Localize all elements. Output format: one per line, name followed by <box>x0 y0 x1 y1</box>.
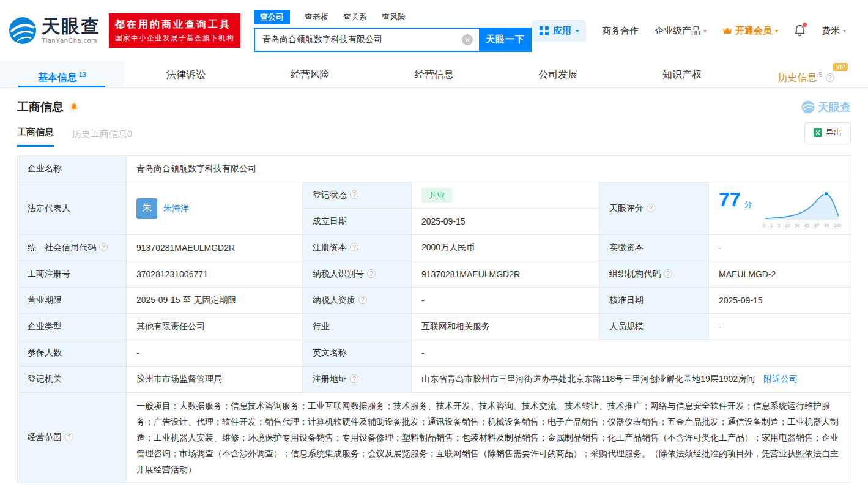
field-label: 成立日期 <box>303 209 412 235</box>
tab-operation-info[interactable]: 经营信息 <box>372 61 496 87</box>
nearby-companies-link[interactable]: 附近公司 <box>763 374 798 384</box>
field-label: 纳税人资质 <box>303 288 412 314</box>
table-row: 登记机关 胶州市市场监督管理局 注册地址 山东省青岛市胶州市三里河街道办事处北京… <box>18 367 851 393</box>
tab-label: 基本信息 <box>38 72 77 83</box>
tianyancha-logo[interactable]: 天眼查 TianYanCha.com <box>9 17 100 45</box>
table-row: 经营范围 一般项目：大数据服务；信息技术咨询服务；工业互联网数据服务；技术服务、… <box>18 393 851 483</box>
score-value: 77 <box>719 189 741 210</box>
enterprise-products-menu[interactable]: 企业级产品 <box>655 25 707 37</box>
slogan-line1: 都在用的商业查询工具 <box>115 18 234 31</box>
tab-count: 13 <box>79 71 86 78</box>
export-button[interactable]: 导出 <box>804 122 851 143</box>
help-icon[interactable] <box>664 269 672 278</box>
business-cooperation-link[interactable]: 商务合作 <box>602 25 639 37</box>
tab-operation-risk[interactable]: 经营风险 <box>248 61 372 87</box>
help-icon[interactable] <box>647 204 655 212</box>
taxpayer-quali-value: - <box>412 288 599 314</box>
taxpayer-id-value: 91370281MAEULMGD2R <box>412 261 599 288</box>
field-label: 注册资本 <box>303 235 412 261</box>
subtabs-row: 工商信息 历史工商信息0 导出 <box>17 124 851 147</box>
table-row: 企业名称 青岛尚合领航数字科技有限公司 <box>18 156 851 182</box>
staff-size-value: - <box>709 314 851 340</box>
reg-address-value: 山东省青岛市胶州市三里河街道办事处北京东路118号三里河创业孵化基地19层190… <box>421 374 755 384</box>
table-row: 企业类型 其他有限责任公司 行业 互联网和相关服务 人员规模 - <box>18 314 851 340</box>
crown-icon <box>722 27 732 35</box>
help-icon[interactable] <box>65 433 73 441</box>
search-tabs: 查公司 查老板 查关系 查风险 <box>254 10 532 24</box>
export-label: 导出 <box>826 127 842 138</box>
help-icon[interactable] <box>99 243 108 251</box>
field-label: 组织机构代码 <box>599 261 709 288</box>
enterprise-label: 企业级产品 <box>655 25 700 37</box>
help-icon[interactable] <box>350 374 358 383</box>
search-tab-risk[interactable]: 查风险 <box>382 10 406 24</box>
help-icon[interactable] <box>358 296 367 304</box>
field-label: 纳税人识别号 <box>303 261 412 288</box>
tab-history-info[interactable]: 历史信息5 VIP <box>744 61 868 87</box>
field-label: 工商注册号 <box>18 261 127 288</box>
tab-label: 公司发展 <box>538 69 577 80</box>
legal-rep-avatar[interactable]: 朱 <box>136 198 157 219</box>
reg-number-value: 370281231006771 <box>127 261 303 288</box>
open-vip-button[interactable]: 开通会员 <box>722 25 778 37</box>
legal-rep-link[interactable]: 朱海洋 <box>163 203 189 214</box>
field-label: 企业名称 <box>18 156 127 182</box>
tab-company-development[interactable]: 公司发展 <box>496 61 620 87</box>
search-tab-boss[interactable]: 查老板 <box>305 10 328 24</box>
subtab-business-info[interactable]: 工商信息 <box>17 127 54 147</box>
reg-capital-value: 2000万人民币 <box>412 235 599 261</box>
score-cell: 77 分 0151050858799100 <box>709 182 851 235</box>
reg-authority-value: 胶州市市场监督管理局 <box>127 367 303 393</box>
tianyancha-logo-icon <box>9 17 37 45</box>
help-icon[interactable] <box>350 190 358 199</box>
score-distribution-chart: 0151050858799100 <box>763 189 841 228</box>
apps-grid-icon <box>540 26 549 35</box>
help-icon[interactable] <box>350 243 358 251</box>
brand-domain: TianYanCha.com <box>42 37 100 44</box>
table-row: 参保人数 - 英文名称 - <box>18 340 851 367</box>
english-name-value: - <box>412 340 851 367</box>
slogan-line2: 国家中小企业发展子基金旗下机构 <box>115 34 234 43</box>
username-label: 费米 <box>822 25 840 37</box>
tab-legal-litigation[interactable]: 法律诉讼 <box>124 61 248 87</box>
search-tab-company[interactable]: 查公司 <box>254 10 290 24</box>
excel-icon <box>814 128 822 137</box>
search-area: 查公司 查老板 查关系 查风险 ✕ 天眼一下 <box>254 10 532 52</box>
org-code-value: MAEULMGD-2 <box>709 261 851 288</box>
watermark-text: 天眼查 <box>818 100 851 114</box>
field-label: 实缴资本 <box>599 235 709 261</box>
tab-label: 历史信息 <box>778 72 817 83</box>
tab-basic-info[interactable]: 基本信息13 <box>0 61 124 87</box>
table-row: 营业期限 2025-09-15 至 无固定期限 纳税人资质 - 核准日期 202… <box>18 288 851 314</box>
help-icon[interactable] <box>826 73 834 82</box>
subtab-history-business-info[interactable]: 历史工商信息0 <box>72 128 132 147</box>
field-label: 法定代表人 <box>18 182 127 235</box>
field-label: 登记状态 <box>303 182 412 209</box>
field-label: 核准日期 <box>599 288 709 314</box>
field-label: 营业期限 <box>18 288 127 314</box>
table-row: 法定代表人 朱 朱海洋 登记状态 开业 天眼评分 77 分 <box>18 182 851 209</box>
clear-search-icon[interactable]: ✕ <box>462 34 473 45</box>
search-tab-relation[interactable]: 查关系 <box>343 10 367 24</box>
paid-capital-value: - <box>709 235 851 261</box>
search-button[interactable]: 天眼一下 <box>479 28 532 52</box>
tab-intellectual-property[interactable]: 知识产权 <box>620 61 744 87</box>
field-label: 登记机关 <box>18 367 127 393</box>
notification-bell-button[interactable] <box>794 24 806 37</box>
apps-menu-button[interactable]: 应用 <box>532 20 586 42</box>
search-input[interactable] <box>254 28 479 52</box>
page-header: 天眼查 TianYanCha.com 都在用的商业查询工具 国家中小企业发展子基… <box>0 0 868 61</box>
monitor-bell-icon[interactable] <box>69 102 80 113</box>
score-axis-ticks: 0151050858799100 <box>763 223 841 228</box>
user-menu[interactable]: 费米 <box>822 25 846 37</box>
section-title: 工商信息 <box>17 99 64 115</box>
field-label: 英文名称 <box>303 340 412 367</box>
chevron-down-icon <box>703 28 707 34</box>
vip-label: 开通会员 <box>735 25 772 37</box>
watermark: 天眼查 <box>801 100 851 114</box>
chevron-down-icon <box>775 28 778 34</box>
chevron-down-icon <box>576 28 579 34</box>
company-type-value: 其他有限责任公司 <box>127 314 303 340</box>
tianyancha-watermark-icon <box>801 100 815 114</box>
help-icon[interactable] <box>367 269 376 278</box>
